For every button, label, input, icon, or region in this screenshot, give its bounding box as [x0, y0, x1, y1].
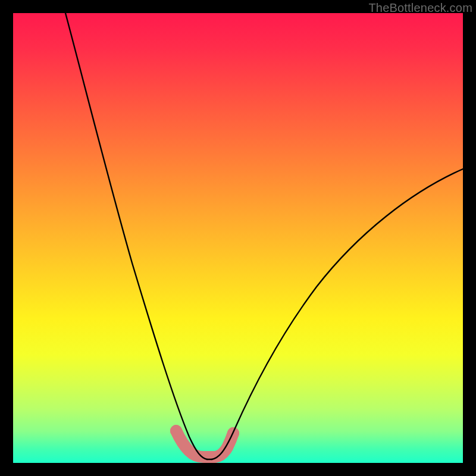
bottleneck-curve-left [65, 13, 207, 459]
highlight-band [176, 431, 233, 457]
highlight-end-dot-left [170, 425, 182, 437]
chart-frame: TheBottleneck.com [0, 0, 476, 476]
chart-plot-area [13, 13, 463, 463]
chart-svg [13, 13, 463, 463]
watermark-text: TheBottleneck.com [368, 1, 472, 15]
bottleneck-curve-right [212, 169, 463, 459]
